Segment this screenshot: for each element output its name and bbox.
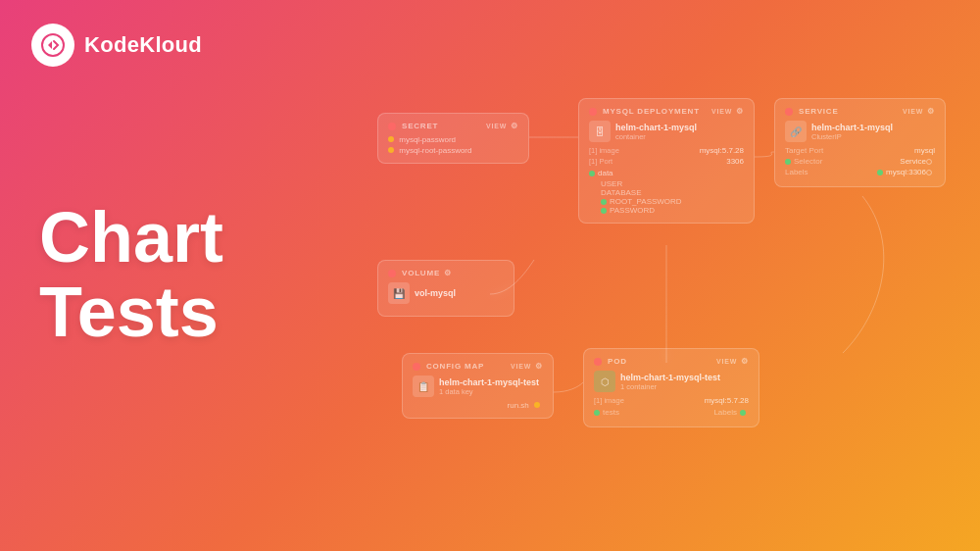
service-tp-label: Target Port [785,146,823,155]
secret-close [388,123,396,130]
service-lbl-value: mysql:3306 [877,168,935,176]
deploy-close [589,108,597,116]
secret-name1: mysql-password [399,135,456,144]
secret-dot2 [388,147,394,153]
service-gear-icon[interactable]: ⚙ [927,107,935,116]
deploy-port-value: 3306 [726,157,744,166]
pod-tests-row: tests [594,408,619,417]
pod-image-label: [1] image [594,396,624,405]
pod-badge: POD [608,357,627,366]
card-volume: Volume ⚙ 💾 vol-mysql [377,260,514,317]
cm-runsh: run.sh [413,401,543,410]
service-badge: SERVICE [799,107,839,116]
svg-point-0 [42,34,64,56]
pod-image-value: mysql:5.7.28 [705,396,749,405]
pod-avatar: ⬡ [594,371,615,392]
deploy-view[interactable]: View [711,108,732,115]
deploy-badge: MYSQL DEPLOYMENT [603,107,700,116]
volume-badge: Volume [402,269,440,277]
card-service: SERVICE View ⚙ 🔗 helm-chart-1-mysql Clus… [774,98,946,187]
service-avatar: 🔗 [785,121,807,142]
logo-text: KodeKloud [84,32,202,58]
volume-gear-icon[interactable]: ⚙ [444,269,452,277]
service-close [785,108,793,116]
cm-gear-icon[interactable]: ⚙ [535,362,543,371]
pod-gear-icon[interactable]: ⚙ [741,357,749,366]
deploy-avatar: 🗄 [589,121,611,142]
cm-name: helm-chart-1-mysql-test [439,377,539,387]
service-sel-row: Selector [785,157,822,166]
card-pod: POD View ⚙ ⬡ helm-chart-1-mysql-test 1 c… [583,348,760,427]
pod-name: helm-chart-1-mysql-test [620,373,720,382]
pod-sub: 1 container [620,382,720,391]
cm-view[interactable]: View [511,363,531,370]
service-name: helm-chart-1-mysql [811,123,893,132]
deploy-sub: container [615,132,697,141]
deploy-image-value: mysql:5.7.28 [700,146,744,155]
secret-dot1 [388,136,394,142]
secret-gear-icon[interactable]: ⚙ [511,122,518,130]
cm-sub: 1 data key [439,387,539,396]
logo-icon [31,24,74,67]
cm-close [413,363,420,371]
card-deployment: MYSQL DEPLOYMENT View ⚙ 🗄 helm-chart-1-m… [578,98,755,224]
header: KodeKloud [31,24,202,67]
service-sub: ClusterIP [811,132,893,141]
deploy-items: USER DATABASE ROOT_PASSWORD PASSWORD [589,179,744,215]
cm-avatar: 📋 [413,376,434,397]
deploy-data-label: data [598,169,613,177]
service-lbl-label: Labels [785,168,808,176]
deploy-name: helm-chart-1-mysql [615,123,697,132]
pod-labels-row: Labels [713,408,749,417]
deploy-image-label: [1] image [589,146,619,155]
card-secret: SECRET View ⚙ mysql-password mysql-root-… [377,113,529,164]
service-tp-value: mysql [914,146,935,155]
secret-name2: mysql-root-password [399,146,471,155]
deploy-data-dot [589,171,595,176]
pod-close [594,358,602,366]
secret-badge: SECRET [402,122,438,130]
main-title: Chart Tests [39,201,223,349]
title-line1: Chart Tests [39,201,223,349]
volume-avatar: 💾 [388,282,410,304]
secret-view[interactable]: View [486,123,507,129]
deploy-port-label: [1] Port [589,157,612,166]
cm-badge: CONFIG MAP [426,362,484,371]
volume-close [388,270,396,277]
service-sel-value-row: Service [900,157,935,166]
diagram-area: SECRET View ⚙ mysql-password mysql-root-… [372,0,980,551]
volume-name: vol-mysql [415,288,456,298]
pod-view[interactable]: View [716,358,737,365]
card-configmap: CONFIG MAP View ⚙ 📋 helm-chart-1-mysql-t… [402,353,554,419]
service-view[interactable]: View [903,108,923,115]
deploy-gear-icon[interactable]: ⚙ [736,107,744,116]
